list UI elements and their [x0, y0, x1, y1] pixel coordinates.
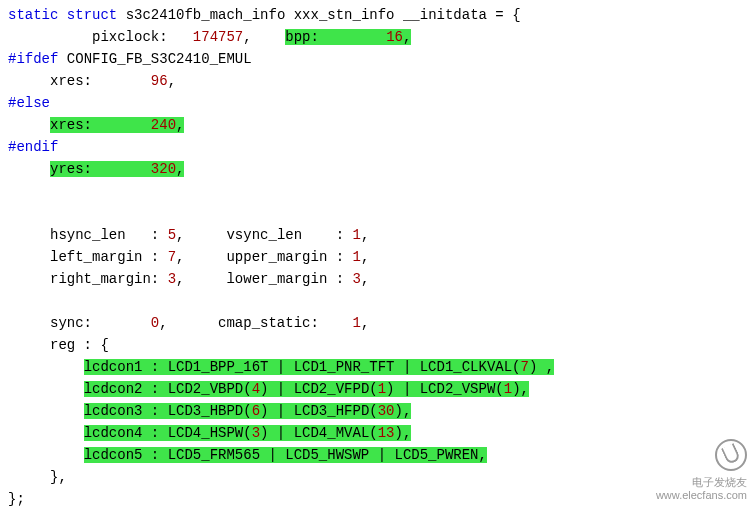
reg-lcdcon2: lcdcon2 : LCD2_VBPD(4) | LCD2_VFPD(1) | …: [8, 378, 747, 400]
ifdef-keyword: #ifdef: [8, 51, 58, 67]
yres-label: yres:: [50, 161, 92, 177]
lcdcon4-hspw: 3: [252, 425, 260, 441]
reg-close: },: [8, 466, 747, 488]
xres240-highlight: xres: 240,: [50, 117, 184, 133]
sync-value: 0: [151, 315, 159, 331]
row-xres-240: xres: 240,: [8, 114, 747, 136]
type-name: s3c2410fb_mach_info: [126, 7, 286, 23]
pp-ifdef: #ifdef CONFIG_FB_S3C2410_EMUL: [8, 48, 747, 70]
pixclock-value: 174757: [193, 29, 243, 45]
code-block: static struct s3c2410fb_mach_info xxx_st…: [8, 4, 747, 508]
watermark: 电子发烧友 www.elecfans.com: [656, 439, 747, 502]
yres-value: 320: [151, 161, 176, 177]
keyword-static: static: [8, 7, 58, 23]
cmap-label: cmap_static:: [218, 315, 319, 331]
endif-keyword: #endif: [8, 139, 58, 155]
row-hsync-vsync: hsync_len : 5, vsync_len : 1,: [8, 224, 747, 246]
xres240-value: 240: [151, 117, 176, 133]
lcdcon4-mval: 13: [378, 425, 395, 441]
vsync-value: 1: [353, 227, 361, 243]
attr-name: __initdata: [403, 7, 487, 23]
lcdcon1-highlight: lcdcon1 : LCD1_BPP_16T | LCD1_PNR_TFT | …: [84, 359, 555, 375]
row-sync-cmap: sync: 0, cmap_static: 1,: [8, 312, 747, 334]
xres96-label: xres:: [50, 73, 92, 89]
watermark-url: www.elecfans.com: [656, 489, 747, 501]
lmargin-value: 7: [168, 249, 176, 265]
reg-lcdcon4: lcdcon4 : LCD4_HSPW(3) | LCD4_MVAL(13),: [8, 422, 747, 444]
keyword-struct: struct: [67, 7, 117, 23]
umargin-label: upper_margin :: [226, 249, 344, 265]
reg-lcdcon5: lcdcon5 : LCD5_FRM565 | LCD5_HWSWP | LCD…: [8, 444, 747, 466]
lcdcon3-highlight: lcdcon3 : LCD3_HBPD(6) | LCD3_HFPD(30),: [84, 403, 412, 419]
vsync-label: vsync_len :: [226, 227, 344, 243]
reg-open: reg : {: [8, 334, 747, 356]
hsync-value: 5: [168, 227, 176, 243]
pp-endif: #endif: [8, 136, 747, 158]
rmargin-label: right_margin:: [50, 271, 159, 287]
rmargin-value: 3: [168, 271, 176, 287]
row-lmargin-umargin: left_margin : 7, upper_margin : 1,: [8, 246, 747, 268]
row-rmargin-lomargin: right_margin: 3, lower_margin : 3,: [8, 268, 747, 290]
row-xres-96: xres: 96,: [8, 70, 747, 92]
pp-else: #else: [8, 92, 747, 114]
else-keyword: #else: [8, 95, 50, 111]
struct-close: };: [8, 488, 747, 508]
lcdcon1-clkval: 7: [521, 359, 529, 375]
watermark-title: 电子发烧友: [692, 476, 747, 488]
umargin-value: 1: [353, 249, 361, 265]
yres-highlight: yres: 320,: [50, 161, 184, 177]
bpp-highlight: bpp: 16,: [285, 29, 411, 45]
row-pixclock-bpp: pixclock: 174757, bpp: 16,: [8, 26, 747, 48]
lcdcon5-highlight: lcdcon5 : LCD5_FRM565 | LCD5_HWSWP | LCD…: [84, 447, 487, 463]
lcdcon4-highlight: lcdcon4 : LCD4_HSPW(3) | LCD4_MVAL(13),: [84, 425, 412, 441]
lcdcon2-vbpd: 4: [252, 381, 260, 397]
reg-lcdcon1: lcdcon1 : LCD1_BPP_16T | LCD1_PNR_TFT | …: [8, 356, 747, 378]
struct-decl: static struct s3c2410fb_mach_info xxx_st…: [8, 4, 747, 26]
lcdcon2-vfpd: 1: [378, 381, 386, 397]
watermark-icon: [715, 439, 747, 471]
lomargin-value: 3: [353, 271, 361, 287]
bpp-value: 16: [386, 29, 403, 45]
lcdcon2-vspw: 1: [504, 381, 512, 397]
pixclock-label: pixclock:: [92, 29, 168, 45]
xres240-label: xres:: [50, 117, 92, 133]
xres96-value: 96: [151, 73, 168, 89]
lcdcon3-hfpd: 30: [378, 403, 395, 419]
bpp-label: bpp:: [285, 29, 319, 45]
row-yres: yres: 320,: [8, 158, 747, 180]
reg-lcdcon3: lcdcon3 : LCD3_HBPD(6) | LCD3_HFPD(30),: [8, 400, 747, 422]
lcdcon2-highlight: lcdcon2 : LCD2_VBPD(4) | LCD2_VFPD(1) | …: [84, 381, 529, 397]
sync-label: sync:: [50, 315, 92, 331]
ifdef-symbol: CONFIG_FB_S3C2410_EMUL: [67, 51, 252, 67]
var-name: xxx_stn_info: [294, 7, 395, 23]
lmargin-label: left_margin :: [50, 249, 159, 265]
hsync-label: hsync_len :: [50, 227, 159, 243]
lcdcon3-hbpd: 6: [252, 403, 260, 419]
reg-label: reg : {: [50, 337, 109, 353]
lomargin-label: lower_margin :: [226, 271, 344, 287]
cmap-value: 1: [353, 315, 361, 331]
